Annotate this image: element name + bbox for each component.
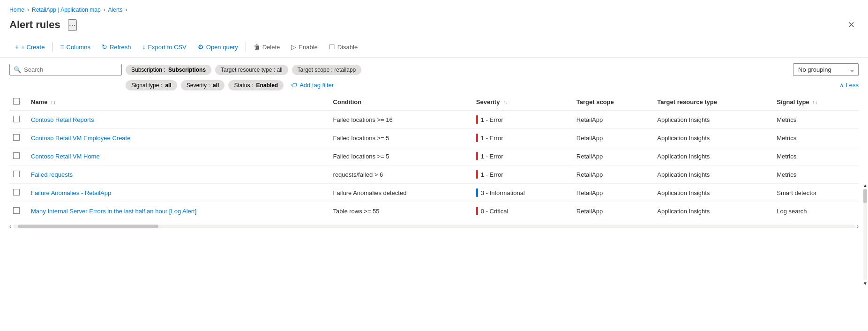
col-condition-label: Condition (333, 98, 362, 105)
breadcrumb-alerts[interactable]: Alerts (108, 7, 123, 13)
row-target-scope-cell: RetailApp (572, 184, 653, 202)
col-signal-type[interactable]: Signal type ↑↓ (772, 94, 859, 110)
page-title: Alert rules (9, 19, 60, 31)
row-condition-cell: requests/failed > 6 (329, 166, 471, 184)
row-name-link-0[interactable]: Contoso Retail Reports (31, 116, 94, 123)
scroll-down-arrow[interactable]: ▼ (863, 281, 868, 286)
disable-label: Disable (337, 44, 358, 51)
breadcrumb-sep-2: › (104, 7, 105, 13)
scroll-up-arrow[interactable]: ▲ (863, 183, 868, 188)
open-query-button[interactable]: ⚙ Open query (192, 40, 244, 53)
columns-icon: ≡ (60, 43, 64, 51)
row-target-scope-cell: RetailApp (572, 202, 653, 220)
col-target-resource-type-label: Target resource type (657, 98, 717, 105)
subscription-label: Subscription (131, 67, 162, 73)
row-target-scope-cell: RetailApp (572, 147, 653, 166)
row-checkbox-4[interactable] (13, 189, 20, 196)
table-row: Contoso Retail VM Employee Create Failed… (9, 129, 859, 147)
alert-rules-table: Name ↑↓ Condition Severity ↑↓ Target sco… (9, 94, 859, 220)
header-checkbox-cell (9, 94, 26, 110)
col-name[interactable]: Name ↑↓ (26, 94, 329, 110)
row-checkbox-cell (9, 110, 26, 129)
row-checkbox-0[interactable] (13, 116, 20, 122)
row-checkbox-1[interactable] (13, 134, 20, 141)
search-input[interactable] (24, 66, 118, 73)
table-row: Failed requests requests/failed > 6 1 - … (9, 166, 859, 184)
toolbar-divider-2 (246, 42, 246, 52)
vertical-scrollbar: ▲ ▼ (862, 183, 868, 286)
breadcrumb-app-map[interactable]: RetailApp | Application map (32, 7, 101, 13)
severity-text-0: 1 - Error (481, 116, 503, 123)
enable-label: Enable (299, 44, 317, 51)
severity-text-4: 3 - Informational (481, 189, 525, 196)
scroll-left-arrow[interactable]: ‹ (9, 223, 11, 230)
row-checkbox-cell (9, 166, 26, 184)
close-button[interactable]: ✕ (844, 18, 859, 32)
row-name-link-4[interactable]: Failure Anomalies - RetailApp (31, 189, 111, 196)
export-button[interactable]: ↓ Export to CSV (136, 40, 192, 53)
delete-button[interactable]: 🗑 Delete (248, 40, 286, 53)
row-name-cell: Failure Anomalies - RetailApp (26, 184, 329, 202)
subscription-filter[interactable]: Subscription : Subscriptions (126, 65, 211, 75)
col-signal-type-sort-icon: ↑↓ (812, 99, 817, 105)
target-scope-filter[interactable]: Target scope : retailapp (292, 65, 362, 75)
severity-bar-2 (476, 152, 478, 160)
h-scrollbar-track[interactable] (13, 225, 855, 228)
severity-badge-0: 1 - Error (476, 115, 567, 124)
severity-badge-5: 0 - Critical (476, 207, 567, 215)
disable-button[interactable]: ☐ Disable (323, 40, 363, 53)
severity-text-1: 1 - Error (481, 135, 503, 142)
horizontal-scrollbar: ‹ › (0, 222, 868, 231)
row-name-link-3[interactable]: Failed requests (31, 171, 73, 178)
row-target-resource-type-cell: Application Insights (652, 166, 772, 184)
refresh-button[interactable]: ↻ Refresh (96, 40, 137, 53)
disable-icon: ☐ (329, 43, 335, 51)
breadcrumb-sep-3: › (125, 7, 127, 13)
refresh-icon: ↻ (102, 43, 107, 51)
row-name-link-1[interactable]: Contoso Retail VM Employee Create (31, 135, 130, 142)
add-tag-button[interactable]: 🏷 Add tag filter (287, 80, 337, 90)
row-signal-type-cell: Log search (772, 202, 859, 220)
less-label: Less (846, 82, 859, 89)
breadcrumb-home[interactable]: Home (9, 7, 24, 13)
grouping-select[interactable]: No grouping (793, 63, 859, 76)
columns-button[interactable]: ≡ Columns (54, 40, 96, 53)
row-name-cell: Contoso Retail VM Home (26, 147, 329, 166)
h-scrollbar-thumb[interactable] (18, 225, 158, 228)
search-box: 🔍 (9, 64, 122, 75)
scroll-right-arrow[interactable]: › (857, 223, 859, 230)
row-checkbox-cell (9, 147, 26, 166)
select-all-checkbox[interactable] (13, 98, 20, 105)
status-value: Enabled (256, 82, 278, 89)
delete-icon: 🗑 (254, 43, 260, 51)
more-options-button[interactable]: ··· (68, 19, 77, 31)
col-severity-sort-icon: ↑↓ (503, 99, 508, 105)
table-container: Name ↑↓ Condition Severity ↑↓ Target sco… (0, 94, 868, 220)
status-filter[interactable]: Status : Enabled (228, 80, 284, 90)
severity-badge-4: 3 - Informational (476, 188, 567, 197)
target-resource-type-filter[interactable]: Target resource type : all (215, 65, 288, 75)
create-icon: + (15, 43, 19, 51)
row-checkbox-5[interactable] (13, 207, 20, 214)
severity-label: Severity (187, 82, 207, 89)
enable-button[interactable]: ▷ Enable (285, 40, 323, 53)
row-checkbox-2[interactable] (13, 152, 20, 159)
row-name-link-2[interactable]: Contoso Retail VM Home (31, 153, 100, 160)
col-severity-label: Severity (476, 98, 500, 105)
col-severity[interactable]: Severity ↑↓ (471, 94, 572, 110)
signal-type-value: all (165, 82, 171, 89)
row-name-cell: Failed requests (26, 166, 329, 184)
page-header: Alert rules ··· ✕ (0, 16, 868, 37)
signal-type-filter[interactable]: Signal type : all (126, 80, 177, 90)
create-label: + Create (21, 44, 45, 51)
create-button[interactable]: + + Create (9, 40, 50, 53)
row-severity-cell: 0 - Critical (471, 202, 572, 220)
row-name-link-5[interactable]: Many Internal Server Errors in the last … (31, 208, 196, 215)
v-scrollbar-track[interactable] (863, 189, 867, 280)
row-checkbox-3[interactable] (13, 171, 20, 177)
severity-filter[interactable]: Severity : all (181, 80, 225, 90)
v-scrollbar-thumb[interactable] (863, 189, 867, 203)
target-resource-type-label: Target resource type (221, 67, 272, 73)
less-button[interactable]: ∧ Less (839, 82, 859, 89)
row-target-resource-type-cell: Application Insights (652, 129, 772, 147)
